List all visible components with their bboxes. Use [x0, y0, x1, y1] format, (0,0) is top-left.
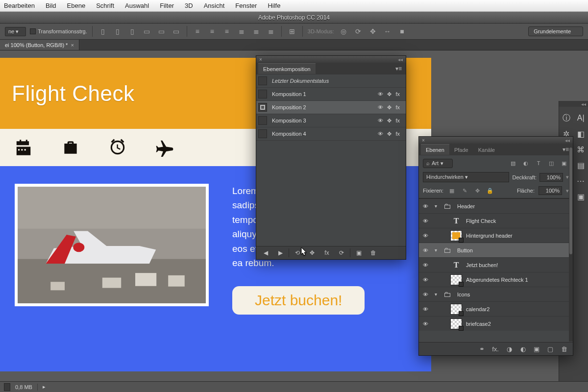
lock-pixels-icon[interactable]: ✎: [460, 186, 469, 195]
visibility-icon[interactable]: 👁: [378, 118, 383, 124]
layer-visibility-icon[interactable]: 👁: [419, 262, 432, 268]
distribute-top-icon[interactable]: ≡: [192, 26, 203, 37]
panel-collapse-icon[interactable]: ◂◂: [398, 57, 403, 62]
layer-thumbnail[interactable]: 🗀: [441, 245, 453, 256]
position-icon[interactable]: ✥: [387, 118, 392, 124]
apply-comp-icon[interactable]: [258, 116, 267, 125]
filter-smart-icon[interactable]: ▣: [559, 158, 569, 168]
layer-row[interactable]: 👁▾🗀Button: [419, 243, 573, 258]
lock-transparent-icon[interactable]: ▦: [447, 186, 456, 195]
navigator-panel-icon[interactable]: ◧: [575, 128, 586, 139]
apply-comp-icon[interactable]: [258, 76, 267, 85]
scale3d-icon[interactable]: ■: [397, 26, 408, 37]
layer-row[interactable]: 👁TFlight Check: [419, 214, 573, 228]
layers-tab[interactable]: Ebenen: [421, 144, 449, 155]
layer-comp-row[interactable]: Komposition 3 👁✥fx: [256, 114, 406, 127]
layer-visibility-icon[interactable]: 👁: [419, 292, 432, 297]
prev-comp-icon[interactable]: ◀: [259, 248, 272, 258]
layer-kind-filter[interactable]: ⌕Art ▾: [423, 159, 453, 168]
slide-icon[interactable]: ↔: [382, 26, 393, 37]
orbit-icon[interactable]: ◎: [338, 26, 349, 37]
layer-visibility-icon[interactable]: 👁: [419, 218, 432, 224]
new-layer-icon[interactable]: ▢: [544, 345, 556, 353]
info-panel-icon[interactable]: ⓘ: [561, 113, 572, 123]
update-fx-icon[interactable]: fx: [320, 248, 333, 258]
layer-visibility-icon[interactable]: 👁: [419, 247, 432, 253]
workspace-switcher[interactable]: Grundelemente: [528, 26, 583, 36]
group-twisty-icon[interactable]: ▾: [435, 292, 441, 297]
appearance-icon[interactable]: fx: [395, 131, 400, 137]
layer-thumbnail[interactable]: [450, 304, 462, 315]
opacity-field[interactable]: 100%: [539, 173, 563, 182]
position-icon[interactable]: ✥: [387, 91, 392, 98]
layer-row[interactable]: 👁TJetzt buchen!: [419, 258, 573, 272]
appearance-icon[interactable]: fx: [395, 118, 400, 124]
new-group-icon[interactable]: ▣: [531, 345, 542, 353]
layers-panel[interactable]: × ◂◂ Ebenen Pfade Kanäle ▾≡ ⌕Art ▾ ▧ ◐ T…: [418, 136, 573, 356]
delete-comp-icon[interactable]: 🗑: [367, 248, 380, 258]
menu-item[interactable]: Schrift: [96, 2, 114, 9]
group-twisty-icon[interactable]: ▾: [435, 203, 441, 209]
tool-preset-dropdown[interactable]: ne ▾: [5, 27, 26, 36]
glyphs-panel-icon[interactable]: ⌘: [575, 144, 586, 155]
delete-layer-icon[interactable]: 🗑: [558, 345, 570, 353]
para-styles-panel-icon[interactable]: ▤: [575, 160, 586, 171]
layer-row[interactable]: 👁Abgerundetes Rechteck 1: [419, 272, 573, 287]
panel-close-icon[interactable]: ×: [259, 57, 262, 62]
layer-comp-row[interactable]: Komposition 4 👁✥fx: [256, 127, 406, 141]
layer-visibility-icon[interactable]: 👁: [419, 277, 432, 283]
visibility-icon[interactable]: 👁: [378, 104, 383, 111]
libraries-panel-icon[interactable]: ▣: [575, 191, 586, 202]
align-vcenter-icon[interactable]: ▭: [156, 26, 167, 37]
menu-item[interactable]: Ebene: [67, 2, 86, 9]
align-left-icon[interactable]: ▯: [98, 26, 108, 37]
menu-item[interactable]: Ansicht: [204, 2, 225, 9]
visibility-icon[interactable]: 👁: [378, 131, 383, 137]
menu-item[interactable]: Bearbeiten: [4, 2, 35, 9]
panel-collapse-icon[interactable]: ◂◂: [565, 138, 570, 143]
layer-thumbnail[interactable]: T: [450, 216, 462, 226]
layer-row[interactable]: 👁▾🗀Icons: [419, 287, 573, 302]
roll-icon[interactable]: ⟳: [353, 26, 364, 37]
panel-close-icon[interactable]: ×: [422, 138, 425, 143]
layer-comp-row[interactable]: Komposition 2 👁✥fx: [256, 101, 406, 114]
layer-thumbnail[interactable]: [450, 230, 462, 241]
layer-name[interactable]: Icons: [457, 292, 573, 297]
brush-presets-panel-icon[interactable]: ⋯: [575, 175, 586, 186]
transform-controls-checkbox[interactable]: Transformationsstrg.: [30, 28, 87, 34]
filter-type-icon[interactable]: T: [534, 158, 543, 168]
apply-comp-icon[interactable]: [258, 103, 267, 112]
distribute-right-icon[interactable]: ≣: [266, 26, 276, 37]
link-layers-icon[interactable]: ⚭: [476, 345, 488, 353]
menu-item[interactable]: Hilfe: [268, 2, 280, 9]
layer-row[interactable]: 👁briefcase2: [419, 317, 573, 331]
align-right-icon[interactable]: ▯: [127, 26, 138, 37]
document-tab[interactable]: ei 100% (Button, RGB/8) *×: [0, 40, 79, 50]
layer-thumbnail[interactable]: 🗀: [441, 201, 453, 212]
layer-comps-tab[interactable]: Ebenenkomposition: [258, 63, 316, 74]
apply-comp-icon[interactable]: [258, 129, 267, 138]
next-comp-icon[interactable]: ▶: [274, 248, 287, 258]
auto-align-icon[interactable]: ⊞: [287, 26, 297, 37]
layer-row[interactable]: 👁Hintergrund header: [419, 228, 573, 243]
menu-item[interactable]: Filter: [160, 2, 174, 9]
layer-name[interactable]: briefcase2: [466, 321, 573, 327]
menu-item[interactable]: Bild: [46, 2, 56, 9]
distribute-vcenter-icon[interactable]: ≡: [207, 26, 218, 37]
panel-menu-icon[interactable]: ▾≡: [393, 65, 404, 72]
close-tab-icon[interactable]: ×: [71, 42, 74, 48]
pan-icon[interactable]: ✥: [368, 26, 378, 37]
distribute-hcenter-icon[interactable]: ≣: [251, 26, 262, 37]
layer-thumbnail[interactable]: [450, 274, 462, 285]
layers-scrollbar[interactable]: [569, 147, 573, 342]
filter-shape-icon[interactable]: ◫: [546, 158, 556, 168]
align-bottom-icon[interactable]: ▭: [171, 26, 182, 37]
new-comp-icon[interactable]: ▣: [352, 248, 365, 258]
layer-row[interactable]: 👁calendar2: [419, 302, 573, 317]
align-top-icon[interactable]: ▭: [142, 26, 152, 37]
align-hcenter-icon[interactable]: ▯: [112, 26, 123, 37]
lock-position-icon[interactable]: ✥: [473, 186, 482, 195]
layer-name[interactable]: Jetzt buchen!: [466, 262, 573, 268]
fill-field[interactable]: 100%: [539, 186, 562, 195]
blend-mode-dropdown[interactable]: Hindurchwirken ▾: [423, 172, 509, 182]
